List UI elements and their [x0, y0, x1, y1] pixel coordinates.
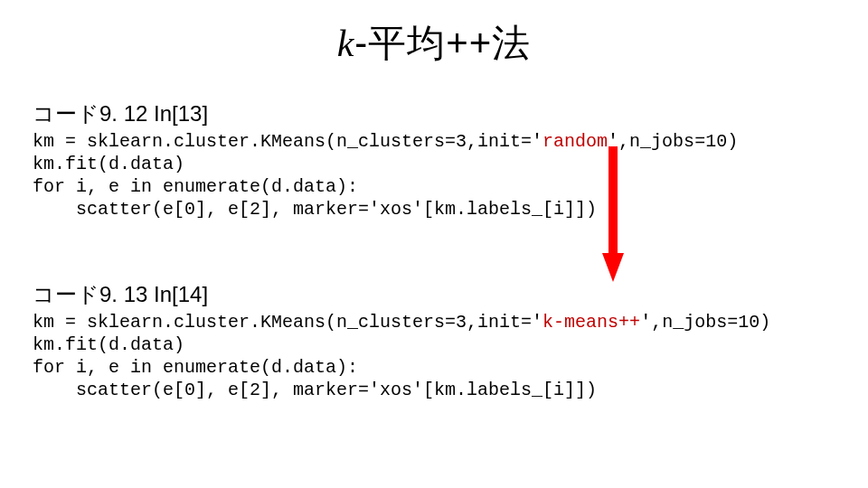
code2-line1-pre: km = sklearn.cluster.KMeans(n_clusters=3… — [33, 312, 542, 333]
code1-line1-pre: km = sklearn.cluster.KMeans(n_clusters=3… — [33, 131, 542, 152]
code1-line1-post: ',n_jobs=10) — [608, 131, 738, 152]
code1-line2: km.fit(d.data) — [33, 154, 184, 174]
code2-line3: for i, e in enumerate(d.data): — [33, 357, 358, 378]
slide-title: k-平均++法 — [0, 18, 868, 69]
code-block-2: km = sklearn.cluster.KMeans(n_clusters=3… — [33, 311, 850, 401]
title-rest: -平均++法 — [354, 22, 531, 64]
code2-line1-post: ',n_jobs=10) — [640, 312, 770, 333]
svg-marker-1 — [602, 253, 624, 282]
title-k: k — [337, 23, 355, 64]
code-heading-2: コード9. 13 In[14] — [33, 280, 208, 309]
code1-line1-highlight: random — [542, 131, 608, 152]
code2-line2: km.fit(d.data) — [33, 334, 184, 355]
code2-line1-highlight: k-means++ — [542, 312, 640, 333]
slide: k-平均++法 コード9. 12 In[13] km = sklearn.clu… — [0, 0, 868, 488]
code2-line4: scatter(e[0], e[2], marker='xos'[km.labe… — [33, 380, 597, 400]
code-heading-1: コード9. 12 In[13] — [33, 99, 208, 128]
code1-line3: for i, e in enumerate(d.data): — [33, 176, 358, 197]
code-block-1: km = sklearn.cluster.KMeans(n_clusters=3… — [33, 130, 850, 221]
code1-line4: scatter(e[0], e[2], marker='xos'[km.labe… — [33, 199, 597, 220]
